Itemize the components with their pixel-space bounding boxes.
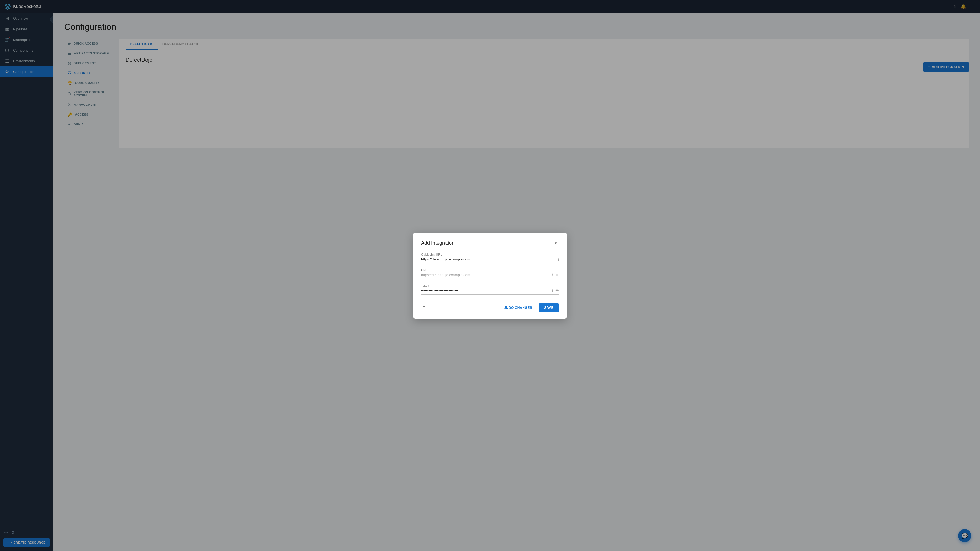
dialog-header: Add Integration ✕ <box>421 239 559 247</box>
dialog-close-button[interactable]: ✕ <box>553 239 559 247</box>
quick-link-url-input[interactable] <box>421 257 555 261</box>
delete-button[interactable]: 🗑 <box>421 304 428 311</box>
modal-overlay[interactable]: Add Integration ✕ Quick Link URL ℹ URL ℹ… <box>0 0 980 551</box>
token-input-wrapper: ℹ 👁 <box>421 288 559 295</box>
token-field: Token ℹ 👁 <box>421 284 559 295</box>
save-button[interactable]: SAVE <box>539 303 559 312</box>
url-edit-icon[interactable]: ✏ <box>555 273 559 277</box>
token-input[interactable] <box>421 288 549 292</box>
delete-icon: 🗑 <box>422 305 426 310</box>
undo-changes-button[interactable]: UNDO CHANGES <box>500 304 536 312</box>
url-info-icon[interactable]: ℹ <box>552 273 554 277</box>
dialog-actions-right: UNDO CHANGES SAVE <box>500 303 559 312</box>
url-field: URL ℹ ✏ <box>421 268 559 279</box>
token-label: Token <box>421 284 559 287</box>
close-icon: ✕ <box>554 240 558 246</box>
token-info-icon[interactable]: ℹ <box>552 288 553 293</box>
quick-link-url-input-wrapper: ℹ <box>421 257 559 264</box>
quick-link-url-info-icon[interactable]: ℹ <box>558 257 559 262</box>
dialog-actions: 🗑 UNDO CHANGES SAVE <box>421 300 559 312</box>
url-input[interactable] <box>421 273 550 277</box>
dialog-title: Add Integration <box>421 240 455 246</box>
quick-link-url-label: Quick Link URL <box>421 253 559 256</box>
quick-link-url-field: Quick Link URL ℹ <box>421 253 559 264</box>
url-input-wrapper: ℹ ✏ <box>421 273 559 279</box>
url-label: URL <box>421 268 559 272</box>
add-integration-dialog: Add Integration ✕ Quick Link URL ℹ URL ℹ… <box>414 233 566 319</box>
token-visibility-icon[interactable]: 👁 <box>555 288 559 293</box>
